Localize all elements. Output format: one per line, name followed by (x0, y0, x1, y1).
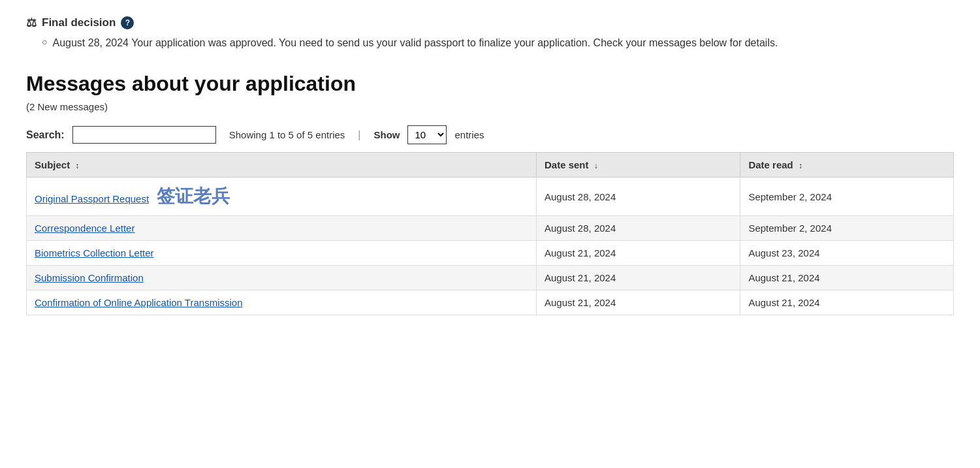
final-decision-text: August 28, 2024 Your application was app… (52, 35, 778, 51)
table-cell-date-read: September 2, 2024 (740, 178, 954, 216)
table-header: Subject ↕ Date sent ↓ Date read ↕ (27, 153, 954, 178)
table-row: Confirmation of Online Application Trans… (27, 290, 954, 315)
watermark-text: 签证老兵 (157, 186, 230, 206)
table-row: Correspondence LetterAugust 28, 2024Sept… (27, 216, 954, 241)
date-read-sort-icon: ↕ (798, 161, 802, 170)
col-header-date-read[interactable]: Date read ↕ (740, 153, 954, 178)
table-cell-date-read: August 21, 2024 (740, 290, 954, 315)
show-label: Show (373, 129, 400, 140)
messages-section: Messages about your application (2 New m… (26, 72, 954, 315)
message-subject-link[interactable]: Confirmation of Online Application Trans… (35, 297, 243, 308)
bullet-circle-icon: ○ (42, 37, 47, 47)
search-label: Search: (26, 129, 65, 141)
col-header-date-sent[interactable]: Date sent ↓ (537, 153, 740, 178)
message-subject-link[interactable]: Biometrics Collection Letter (35, 247, 154, 258)
show-entries-select[interactable]: 10 25 50 100 (407, 125, 447, 144)
col-date-read-label: Date read (748, 159, 793, 170)
table-cell-date-sent: August 21, 2024 (537, 290, 740, 315)
table-cell-date-read: September 2, 2024 (740, 216, 954, 241)
final-decision-body: ○ August 28, 2024 Your application was a… (42, 35, 954, 51)
final-decision-title: Final decision (42, 16, 116, 29)
pipe-separator: | (358, 129, 360, 141)
message-subject-link[interactable]: Submission Confirmation (35, 272, 144, 283)
new-messages-count: (2 New messages) (26, 101, 954, 112)
table-cell-subject: Submission Confirmation (27, 266, 537, 290)
table-cell-date-sent: August 28, 2024 (537, 178, 740, 216)
scale-icon: ⚖ (26, 16, 37, 30)
table-cell-date-read: August 23, 2024 (740, 241, 954, 266)
message-subject-link[interactable]: Correspondence Letter (35, 223, 134, 234)
entries-label: entries (454, 129, 484, 140)
entries-info: Showing 1 to 5 of 5 entries (229, 129, 345, 140)
table-row: Biometrics Collection LetterAugust 21, 2… (27, 241, 954, 266)
bullet-item: ○ August 28, 2024 Your application was a… (42, 35, 954, 51)
col-header-subject[interactable]: Subject ↕ (27, 153, 537, 178)
table-cell-subject: Correspondence Letter (27, 216, 537, 241)
table-cell-date-read: August 21, 2024 (740, 266, 954, 290)
messages-table-body: Original Passport Request签证老兵August 28, … (27, 178, 954, 315)
messages-table: Subject ↕ Date sent ↓ Date read ↕ Origin… (26, 152, 954, 315)
table-controls: Search: Showing 1 to 5 of 5 entries | Sh… (26, 125, 954, 144)
table-cell-subject: Original Passport Request签证老兵 (27, 178, 537, 216)
table-cell-subject: Confirmation of Online Application Trans… (27, 290, 537, 315)
table-row: Original Passport Request签证老兵August 28, … (27, 178, 954, 216)
search-input[interactable] (72, 126, 216, 144)
col-subject-label: Subject (35, 159, 70, 170)
table-cell-date-sent: August 21, 2024 (537, 241, 740, 266)
final-decision-section: ⚖ Final decision ? ○ August 28, 2024 You… (26, 16, 954, 51)
table-row: Submission ConfirmationAugust 21, 2024Au… (27, 266, 954, 290)
date-sent-sort-icon: ↓ (594, 161, 598, 170)
final-decision-header: ⚖ Final decision ? (26, 16, 954, 30)
message-subject-link[interactable]: Original Passport Request (35, 193, 149, 204)
messages-title: Messages about your application (26, 72, 954, 96)
help-icon[interactable]: ? (121, 16, 134, 29)
table-header-row: Subject ↕ Date sent ↓ Date read ↕ (27, 153, 954, 178)
col-date-sent-label: Date sent (545, 159, 589, 170)
subject-sort-icon: ↕ (75, 161, 79, 170)
table-cell-subject: Biometrics Collection Letter (27, 241, 537, 266)
table-cell-date-sent: August 28, 2024 (537, 216, 740, 241)
table-cell-date-sent: August 21, 2024 (537, 266, 740, 290)
